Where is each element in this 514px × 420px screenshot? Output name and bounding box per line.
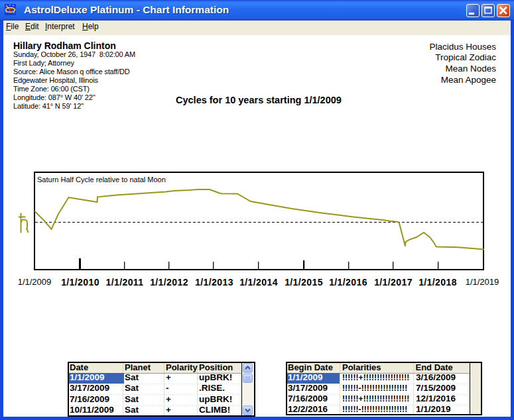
svg-text:Saturn Half Cycle relative to: Saturn Half Cycle relative to natal Moon: [37, 176, 166, 184]
